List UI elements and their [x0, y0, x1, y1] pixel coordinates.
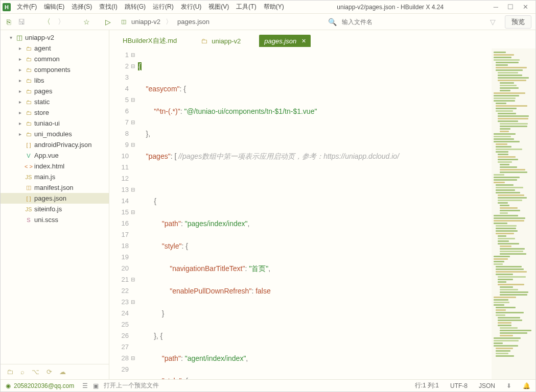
save-icon[interactable]: 🖫 — [16, 17, 27, 27]
sync-icon[interactable]: ⟳ — [46, 368, 52, 376]
menu-goto[interactable]: 跳转(G) — [122, 2, 149, 12]
json-icon: ◫ — [24, 184, 33, 191]
bell-icon[interactable]: 🔔 — [523, 382, 530, 389]
menu-view[interactable]: 视图(V) — [205, 2, 232, 12]
search-icon[interactable]: ⌕ — [20, 368, 25, 376]
tree-label: uni_modules — [34, 130, 72, 138]
maximize-button[interactable]: ☐ — [507, 3, 514, 11]
tree-root[interactable]: ◫ uniapp-v2 — [1, 32, 109, 43]
tree-item-common[interactable]: 🗀common — [1, 54, 109, 64]
vue-icon: V — [24, 153, 33, 159]
folder-icon: 🗀 — [24, 88, 33, 94]
tab-readme[interactable]: HBuilderX自述.md — [119, 34, 181, 47]
tree-item-manifest-json[interactable]: ◫manifest.json — [1, 182, 109, 193]
search-icon[interactable]: 🔍 — [326, 17, 339, 27]
tree-label: manifest.json — [34, 184, 74, 191]
code-body[interactable]: { "easycom": { "^tn-(.*)": "@/tuniao-ui/… — [138, 48, 492, 379]
window-title: uniapp-v2/pages.json - HBuilder X 4.24 — [287, 4, 494, 11]
scss-icon: S — [24, 217, 33, 223]
status-user[interactable]: 2058202036@qq.com — [14, 382, 74, 389]
star-icon[interactable]: ☆ — [81, 17, 92, 27]
menu-tools[interactable]: 工具(T) — [233, 2, 259, 12]
tab-label: uniapp-v2 — [212, 37, 241, 45]
run-icon[interactable]: ▷ — [103, 17, 113, 27]
menu-select[interactable]: 选择(S) — [68, 2, 95, 12]
close-button[interactable]: ✕ — [523, 3, 528, 11]
tree-item-androidPrivacy-json[interactable]: [ ]androidPrivacy.json — [1, 139, 109, 150]
tree-item-App-vue[interactable]: VApp.vue — [1, 150, 109, 161]
cloud-icon[interactable]: ☁ — [59, 368, 66, 376]
editor-tabs: HBuilderX自述.md 🗀uniapp-v2 pages.json× — [109, 30, 535, 48]
project-icon: ◫ — [121, 18, 126, 25]
file-tree[interactable]: ◫ uniapp-v2 🗀agent🗀common🗀components🗀lib… — [1, 30, 109, 364]
tree-item-agent[interactable]: 🗀agent — [1, 43, 109, 54]
tree-item-siteinfo-js[interactable]: JSsiteinfo.js — [1, 204, 109, 214]
chevron-right-icon[interactable] — [16, 45, 24, 51]
list-icon[interactable]: ☰ — [82, 382, 88, 389]
tree-item-tuniao-ui[interactable]: 🗀tuniao-ui — [1, 118, 109, 129]
status-bar: ◉ 2058202036@qq.com ☰ ▣ 打开上一个预览文件 行:1 列:… — [1, 379, 535, 391]
tree-item-pages[interactable]: 🗀pages — [1, 86, 109, 96]
minimize-button[interactable]: ─ — [494, 3, 498, 11]
breadcrumb-file[interactable]: pages.json — [174, 17, 213, 26]
status-language[interactable]: JSON — [479, 382, 495, 389]
menu-edit[interactable]: 编辑(E) — [41, 2, 67, 12]
explorer-icon[interactable]: 🗀 — [7, 368, 13, 376]
tree-item-uni-scss[interactable]: Suni.scss — [1, 214, 109, 225]
tree-label: App.vue — [34, 152, 59, 159]
tree-label: index.html — [34, 162, 64, 170]
tab-pages-json[interactable]: pages.json× — [259, 35, 311, 47]
js-icon: JS — [24, 174, 33, 180]
preview-button[interactable]: 预览 — [505, 15, 531, 29]
new-file-icon[interactable]: ⎘ — [5, 17, 13, 27]
menu-find[interactable]: 查找(I) — [96, 2, 120, 12]
forward-icon[interactable]: 〉 — [56, 16, 67, 28]
chevron-down-icon[interactable] — [7, 35, 15, 40]
status-encoding[interactable]: UTF-8 — [450, 382, 468, 389]
back-icon[interactable]: 〈 — [41, 16, 53, 28]
tree-label: uniapp-v2 — [25, 34, 54, 41]
menu-run[interactable]: 运行(R) — [150, 2, 177, 12]
tree-item-static[interactable]: 🗀static — [1, 96, 109, 107]
menu-publish[interactable]: 发行(U) — [178, 2, 205, 12]
branch-icon[interactable]: ⌥ — [32, 368, 39, 376]
sidebar-bottom-bar: 🗀 ⌕ ⌥ ⟳ ☁ — [1, 364, 109, 379]
tree-item-pages-json[interactable]: [ ]pages.json — [1, 193, 109, 204]
sidebar: ◫ uniapp-v2 🗀agent🗀common🗀components🗀lib… — [1, 30, 109, 379]
menu-help[interactable]: 帮助(Y) — [261, 2, 287, 12]
download-icon[interactable]: ⬇ — [506, 382, 511, 389]
tree-item-components[interactable]: 🗀components — [1, 64, 109, 75]
chevron-right-icon[interactable] — [16, 67, 24, 72]
tree-item-main-js[interactable]: JSmain.js — [1, 172, 109, 182]
tree-item-libs[interactable]: 🗀libs — [1, 75, 109, 86]
close-icon[interactable]: × — [301, 37, 306, 45]
tree-label: siteinfo.js — [34, 205, 62, 213]
filter-icon[interactable]: ▽ — [488, 17, 498, 27]
code-editor[interactable]: 1234567891011121314151617181920212223242… — [109, 48, 535, 379]
title-bar: H 文件(F) 编辑(E) 选择(S) 查找(I) 跳转(G) 运行(R) 发行… — [1, 1, 535, 14]
chevron-right-icon[interactable] — [16, 88, 24, 94]
user-icon: ◉ — [6, 382, 11, 389]
tree-label: androidPrivacy.json — [34, 141, 91, 149]
tree-label: tuniao-ui — [34, 119, 60, 127]
folder-icon: 🗀 — [24, 56, 33, 62]
chevron-right-icon[interactable] — [16, 120, 24, 126]
tab-project[interactable]: 🗀uniapp-v2 — [195, 35, 245, 47]
search-input[interactable] — [342, 18, 485, 26]
chevron-right-icon[interactable] — [16, 56, 24, 62]
chevron-right-icon: 〉 — [166, 17, 172, 27]
folder-icon: 🗀 — [199, 37, 208, 45]
tree-item-index-html[interactable]: < >index.html — [1, 161, 109, 172]
fold-column[interactable]: ⊟⊟⊟⊟⊟⊟⊟⊟⊟⊟ — [131, 48, 138, 379]
chevron-right-icon[interactable] — [16, 110, 24, 115]
chevron-right-icon[interactable] — [16, 131, 24, 137]
status-position[interactable]: 行:1 列:1 — [415, 381, 439, 390]
chevron-right-icon[interactable] — [16, 78, 24, 83]
tree-item-uni_modules[interactable]: 🗀uni_modules — [1, 129, 109, 139]
terminal-icon[interactable]: ▣ — [93, 382, 99, 389]
menu-file[interactable]: 文件(F) — [14, 2, 40, 12]
tree-item-store[interactable]: 🗀store — [1, 107, 109, 118]
chevron-right-icon[interactable] — [16, 99, 24, 105]
breadcrumb-root[interactable]: uniapp-v2 — [128, 17, 164, 26]
minimap[interactable] — [492, 48, 535, 379]
